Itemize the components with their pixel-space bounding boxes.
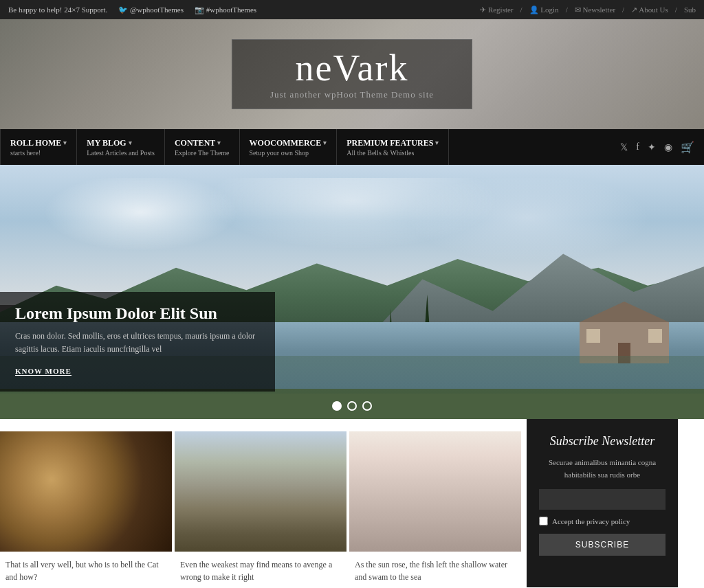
- chevron-down-icon: ▾: [435, 139, 439, 146]
- chevron-down-icon: ▾: [129, 139, 132, 146]
- newsletter-link[interactable]: ✉ Newsletter: [575, 5, 615, 14]
- hero-dot-3[interactable]: [362, 401, 372, 411]
- instagram-icon: 📷: [195, 5, 206, 14]
- card-1: That is all very well, but who is to bel…: [0, 431, 172, 587]
- hero-cta-button[interactable]: KNOW MORE: [15, 367, 72, 376]
- card-text-3: As the sun rose, the fish left the shall…: [349, 552, 521, 587]
- hero-slider: Lorem Ipsum Dolor Elit Sun Cras non dolo…: [0, 165, 704, 419]
- nav-item-my-blog[interactable]: MY BLOG ▾ Latest Articles and Posts: [77, 129, 165, 165]
- logo-box: neVark Just another wpHoot Theme Demo si…: [232, 39, 472, 109]
- hero-dots: [332, 401, 372, 411]
- login-icon: 👤: [529, 5, 541, 14]
- card-image-1: [0, 431, 172, 552]
- main-nav: ROLL HOME ▾ starts here! MY BLOG ▾ Lates…: [0, 129, 704, 165]
- chevron-down-icon: ▾: [323, 139, 327, 146]
- nav-item-premium-features[interactable]: PREMIUM FEATURES ▾ All the Bells & Whist…: [337, 129, 449, 165]
- newsletter-checkbox-row: Accept the privacy policy: [539, 517, 666, 525]
- card-image-3: [349, 431, 521, 552]
- top-bar: Be happy to help! 24×7 Support. 🐦 @wphoo…: [0, 0, 704, 19]
- card-3: As the sun rose, the fish left the shall…: [349, 431, 521, 587]
- pinterest-nav-icon[interactable]: ✦: [648, 142, 656, 153]
- instagram-link[interactable]: 📷 #wphootThemes: [195, 5, 256, 14]
- register-link[interactable]: ✈ Register: [480, 5, 513, 14]
- privacy-policy-checkbox[interactable]: [539, 517, 548, 525]
- newsletter-desc: Securae animalibus minantia cogna habita…: [539, 457, 666, 481]
- twitter-nav-icon[interactable]: 𝕏: [620, 142, 628, 153]
- cards-section: That is all very well, but who is to bel…: [0, 419, 524, 587]
- newsletter-title: Subscribe Newsletter: [539, 434, 666, 449]
- support-text: Be happy to help! 24×7 Support.: [8, 5, 107, 14]
- hero-desc: Cras non dolor. Sed mollis, eros et ultr…: [15, 330, 260, 356]
- about-icon: ↗: [631, 5, 639, 14]
- about-us-link[interactable]: ↗ About Us: [631, 5, 668, 14]
- newsletter-icon: ✉: [575, 5, 583, 14]
- chevron-down-icon: ▾: [63, 139, 67, 146]
- card-text-1: That is all very well, but who is to bel…: [0, 552, 172, 587]
- social-icons: 𝕏 f ✦ ◉ 🛒: [620, 141, 704, 154]
- top-bar-right: ✈ Register / 👤 Login / ✉ Newsletter / ↗ …: [480, 5, 696, 14]
- cart-icon[interactable]: 🛒: [681, 141, 694, 154]
- hero-text-overlay: Lorem Ipsum Dolor Elit Sun Cras non dolo…: [0, 292, 275, 392]
- newsletter-box: Subscribe Newsletter Securae animalibus …: [527, 419, 678, 587]
- facebook-nav-icon[interactable]: f: [636, 142, 639, 152]
- newsletter-email-input[interactable]: [539, 489, 666, 510]
- header-center: neVark Just another wpHoot Theme Demo si…: [232, 39, 472, 109]
- tagline: Just another wpHoot Theme Demo site: [270, 89, 434, 100]
- card-image-2: [175, 431, 346, 552]
- house-window: [586, 329, 600, 343]
- subscribe-button[interactable]: SUBSCRIBE: [539, 534, 666, 556]
- login-link[interactable]: 👤 Login: [529, 5, 559, 14]
- hero-dot-1[interactable]: [332, 401, 342, 411]
- nav-items: ROLL HOME ▾ starts here! MY BLOG ▾ Lates…: [0, 129, 449, 165]
- card-2: Even the weakest may find means to aveng…: [175, 431, 346, 587]
- bottom-row: That is all very well, but who is to bel…: [0, 419, 704, 588]
- hero-dot-2[interactable]: [347, 401, 357, 411]
- nav-item-roll-home[interactable]: ROLL HOME ▾ starts here!: [0, 129, 77, 165]
- header: neVark Just another wpHoot Theme Demo si…: [0, 19, 704, 129]
- twitter-icon: 🐦: [118, 5, 130, 14]
- logo: neVark: [270, 49, 434, 87]
- chevron-down-icon: ▾: [217, 139, 221, 146]
- nav-item-content[interactable]: CONTENT ▾ Explore The Theme: [165, 129, 240, 165]
- tripadvisor-nav-icon[interactable]: ◉: [664, 142, 672, 153]
- subscribe-link[interactable]: Sub: [684, 5, 696, 14]
- privacy-policy-label: Accept the privacy policy: [552, 517, 630, 525]
- card-text-2: Even the weakest may find means to aveng…: [175, 552, 346, 587]
- register-icon: ✈: [480, 5, 488, 14]
- nav-item-woocommerce[interactable]: WOOCOMMERCE ▾ Setup your own Shop: [240, 129, 338, 165]
- twitter-link[interactable]: 🐦 @wphootThemes: [118, 5, 184, 14]
- top-bar-left: Be happy to help! 24×7 Support. 🐦 @wphoo…: [8, 5, 256, 14]
- house-window-2: [648, 329, 662, 343]
- house-roof: [580, 302, 669, 322]
- hero-title: Lorem Ipsum Dolor Elit Sun: [15, 304, 260, 323]
